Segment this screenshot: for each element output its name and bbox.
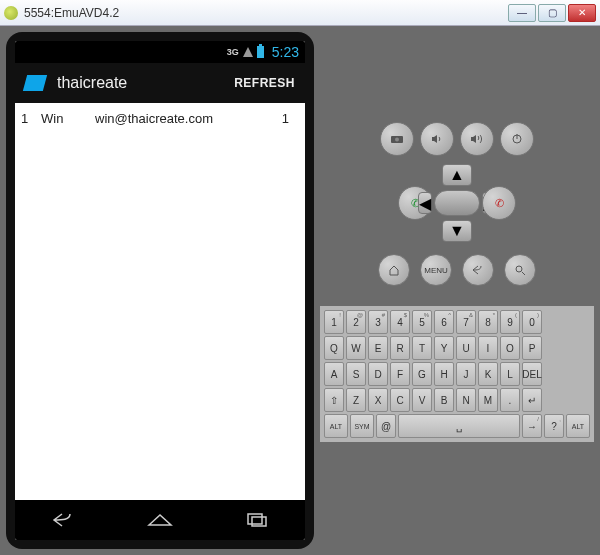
status-bar: 3G 5:23 xyxy=(15,41,305,63)
key-⇧[interactable]: ⇧ xyxy=(324,388,344,412)
svg-point-6 xyxy=(516,266,522,272)
key-↵[interactable]: ↵ xyxy=(522,388,542,412)
key-@[interactable]: @ xyxy=(376,414,396,438)
key-p[interactable]: P xyxy=(522,336,542,360)
maximize-button[interactable]: ▢ xyxy=(538,4,566,22)
key-sym[interactable]: SYM xyxy=(350,414,374,438)
key-m[interactable]: M xyxy=(478,388,498,412)
svg-rect-0 xyxy=(248,514,262,524)
key-v[interactable]: V xyxy=(412,388,432,412)
key-␣[interactable]: ␣ xyxy=(398,414,520,438)
cell-name: Win xyxy=(41,111,95,126)
key-s[interactable]: S xyxy=(346,362,366,386)
power-button[interactable] xyxy=(500,122,534,156)
back-hw-button[interactable] xyxy=(462,254,494,286)
key-2[interactable]: 2@ xyxy=(346,310,366,334)
dpad-left[interactable]: ◀ xyxy=(418,192,432,214)
key-o[interactable]: O xyxy=(500,336,520,360)
key-h[interactable]: H xyxy=(434,362,454,386)
key-i[interactable]: I xyxy=(478,336,498,360)
app-bar: thaicreate REFRESH xyxy=(15,63,305,103)
dpad-center[interactable] xyxy=(434,190,480,216)
key-g[interactable]: G xyxy=(412,362,432,386)
key-t[interactable]: T xyxy=(412,336,432,360)
camera-button[interactable] xyxy=(380,122,414,156)
window-title: 5554:EmuAVD4.2 xyxy=(24,6,508,20)
key-?[interactable]: ?, xyxy=(544,414,564,438)
key-5[interactable]: 5% xyxy=(412,310,432,334)
key-f[interactable]: F xyxy=(390,362,410,386)
titlebar: 5554:EmuAVD4.2 — ▢ ✕ xyxy=(0,0,600,26)
key-1[interactable]: 1! xyxy=(324,310,344,334)
key-w[interactable]: W xyxy=(346,336,366,360)
svg-line-7 xyxy=(522,272,525,275)
key-a[interactable]: A xyxy=(324,362,344,386)
key-j[interactable]: J xyxy=(456,362,476,386)
key-0[interactable]: 0) xyxy=(522,310,542,334)
key-6[interactable]: 6^ xyxy=(434,310,454,334)
key-y[interactable]: Y xyxy=(434,336,454,360)
cell-email: win@thaicreate.com xyxy=(95,111,269,126)
volume-up-button[interactable] xyxy=(460,122,494,156)
search-hw-button[interactable] xyxy=(504,254,536,286)
key-alt[interactable]: ALT xyxy=(324,414,348,438)
key-b[interactable]: B xyxy=(434,388,454,412)
key-e[interactable]: E xyxy=(368,336,388,360)
menu-hw-button[interactable]: MENU xyxy=(420,254,452,286)
key-r[interactable]: R xyxy=(390,336,410,360)
key-8[interactable]: 8* xyxy=(478,310,498,334)
device-screen: 3G 5:23 thaicreate REFRESH 1 Win win@tha… xyxy=(15,41,305,540)
dpad: ✆ ▲ ▼ ◀ ▶ ✆ xyxy=(398,162,516,244)
key-n[interactable]: N xyxy=(456,388,476,412)
cell-count: 1 xyxy=(269,111,299,126)
key-k[interactable]: K xyxy=(478,362,498,386)
key-→[interactable]: →/ xyxy=(522,414,542,438)
key-c[interactable]: C xyxy=(390,388,410,412)
key-z[interactable]: Z xyxy=(346,388,366,412)
hardware-buttons xyxy=(380,122,534,156)
key-7[interactable]: 7& xyxy=(456,310,476,334)
emulator-window: 5554:EmuAVD4.2 — ▢ ✕ 3G 5:23 thaicreate … xyxy=(0,0,600,555)
secondary-buttons: MENU xyxy=(378,254,536,286)
battery-icon xyxy=(257,46,264,58)
key-.[interactable]: . xyxy=(500,388,520,412)
volume-down-button[interactable] xyxy=(420,122,454,156)
signal-icon xyxy=(243,47,253,57)
key-del[interactable]: DEL xyxy=(522,362,542,386)
key-x[interactable]: X xyxy=(368,388,388,412)
device-frame: 3G 5:23 thaicreate REFRESH 1 Win win@tha… xyxy=(6,32,314,549)
dpad-down[interactable]: ▼ xyxy=(442,220,472,242)
minimize-button[interactable]: — xyxy=(508,4,536,22)
key-alt[interactable]: ALT xyxy=(566,414,590,438)
list-item[interactable]: 1 Win win@thaicreate.com 1 xyxy=(15,103,305,134)
android-favicon xyxy=(4,6,18,20)
hardware-keyboard: 1!2@3#4$5%6^7&8*9(0)QWERTYUIOPASDFGHJKLD… xyxy=(320,306,594,442)
recent-apps-button[interactable] xyxy=(242,510,272,530)
control-panel: ✆ ▲ ▼ ◀ ▶ ✆ MENU 1!2@3#4$5%6^7&8*9(0)QWE… xyxy=(320,32,594,549)
dpad-up[interactable]: ▲ xyxy=(442,164,472,186)
network-icon: 3G xyxy=(227,47,239,57)
key-l[interactable]: L xyxy=(500,362,520,386)
app-title: thaicreate xyxy=(57,74,234,92)
nav-bar xyxy=(15,500,305,540)
back-button[interactable] xyxy=(48,510,78,530)
end-call-button[interactable]: ✆ xyxy=(482,186,516,220)
key-q[interactable]: Q xyxy=(324,336,344,360)
home-button[interactable] xyxy=(145,510,175,530)
cell-id: 1 xyxy=(21,111,41,126)
key-4[interactable]: 4$ xyxy=(390,310,410,334)
data-list: 1 Win win@thaicreate.com 1 xyxy=(15,103,305,500)
key-3[interactable]: 3# xyxy=(368,310,388,334)
key-d[interactable]: D xyxy=(368,362,388,386)
home-hw-button[interactable] xyxy=(378,254,410,286)
key-u[interactable]: U xyxy=(456,336,476,360)
clock: 5:23 xyxy=(272,44,299,60)
refresh-button[interactable]: REFRESH xyxy=(234,76,295,90)
close-button[interactable]: ✕ xyxy=(568,4,596,22)
app-logo-icon xyxy=(23,75,47,91)
key-9[interactable]: 9( xyxy=(500,310,520,334)
svg-point-3 xyxy=(395,138,399,142)
